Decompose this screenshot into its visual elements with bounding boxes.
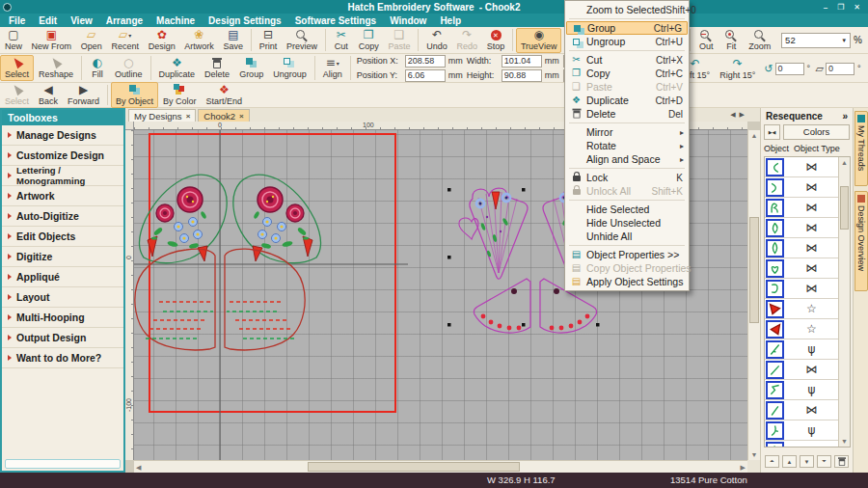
recent-button[interactable]: ▱▾Recent — [107, 28, 144, 53]
horizontal-scroll-thumb[interactable] — [308, 462, 520, 472]
menu-item-hide-selected[interactable]: Hide Selected — [566, 203, 688, 216]
sidebar-item-digitize[interactable]: Digitize — [2, 247, 123, 267]
menu-item-duplicate[interactable]: ❖DuplicateCtrl+D — [566, 94, 688, 107]
object-list-row[interactable]: ψ — [765, 441, 838, 447]
panel-menu-icon[interactable]: » — [842, 111, 848, 122]
object-list-row[interactable]: ⋈ — [765, 177, 838, 198]
trueview-button[interactable]: ◉TrueView — [516, 28, 561, 53]
scroll-down-icon[interactable]: ▼ — [839, 436, 850, 447]
sidebar-item-applique[interactable]: Appliqué — [2, 267, 123, 287]
floral-design-right[interactable] — [233, 175, 321, 263]
scroll-up-icon[interactable]: ▲ — [748, 130, 760, 141]
skew-angle-input[interactable]: 0 — [826, 63, 854, 75]
object-list-row[interactable]: ⋈ — [765, 279, 838, 299]
menu-item-zoom-to-selected[interactable]: Zoom to SelectedShift+0 — [566, 3, 688, 16]
print-preview-button[interactable]: Preview — [282, 28, 322, 53]
object-list-row[interactable]: ⋈ — [765, 360, 838, 380]
ungroup-button[interactable]: Ungroup — [268, 55, 312, 81]
object-list-row[interactable]: ⋈ — [765, 238, 838, 258]
travel-forward-button[interactable]: ▶Forward — [63, 82, 104, 108]
sidebar-item-multi-hooping[interactable]: Multi-Hooping — [2, 308, 123, 328]
print-button[interactable]: ⊟Print — [255, 28, 282, 53]
save-button[interactable]: ▤Save — [219, 28, 248, 53]
insert-artwork-button[interactable]: ❀Artwork — [180, 28, 219, 53]
minimize-button[interactable]: – — [824, 3, 827, 12]
move-to-bottom-button[interactable]: ⏷ — [817, 455, 831, 468]
menu-item-ungroup[interactable]: UngroupCtrl+U — [566, 35, 688, 48]
menu-design-settings[interactable]: Design Settings — [202, 15, 288, 26]
object-list-row[interactable]: ⋈ — [765, 258, 838, 279]
object-list-row[interactable]: ⋈ — [765, 218, 838, 238]
vertical-scrollbar[interactable]: ▲ ▼ — [747, 130, 760, 460]
reshape-button[interactable]: Reshape — [34, 55, 78, 81]
object-list-row[interactable]: ψ — [765, 420, 838, 441]
menu-view[interactable]: View — [64, 15, 99, 26]
outline-button[interactable]: ○Outline — [110, 55, 148, 81]
menu-machine[interactable]: Machine — [149, 15, 202, 26]
menu-software-settings[interactable]: Software Settings — [288, 15, 383, 26]
start-end-button[interactable]: ❖Start/End — [202, 82, 248, 108]
undo-button[interactable]: ↶Undo — [421, 28, 451, 53]
menu-item-copy[interactable]: ❐CopyCtrl+C — [566, 67, 688, 80]
copy-button[interactable]: ❐Copy — [354, 28, 384, 53]
move-up-button[interactable]: ▲ — [782, 455, 797, 468]
menu-item-hide-unselected[interactable]: Hide Unselected — [566, 216, 688, 230]
list-scrollbar[interactable]: ▲ ▼ — [838, 157, 850, 447]
chicken-design-left[interactable] — [459, 188, 528, 279]
menu-item-mirror[interactable]: Mirror — [566, 125, 688, 139]
align-button[interactable]: ≡▾Align — [318, 55, 347, 81]
menu-item-lock[interactable]: LockK — [566, 171, 688, 184]
sidebar-item-layout[interactable]: Layout — [2, 287, 123, 308]
zoom-fit-button[interactable]: Fit — [719, 28, 744, 53]
menu-file[interactable]: File — [2, 15, 32, 26]
menu-item-apply-object-settings[interactable]: ▤Apply Object Settings — [566, 275, 688, 288]
menu-item-unhide-all[interactable]: Unhide All — [566, 230, 688, 243]
list-scroll-thumb[interactable] — [840, 186, 849, 230]
height-input[interactable]: 90.88 — [502, 69, 542, 82]
menu-window[interactable]: Window — [383, 15, 433, 26]
colors-button[interactable]: Colors — [783, 124, 850, 140]
tab-my-threads[interactable]: My Threads — [854, 111, 868, 186]
position-y-input[interactable]: 6.06 — [405, 69, 446, 82]
menu-item-cut[interactable]: ✂CutCtrl+X — [566, 53, 688, 67]
select-button[interactable]: Select — [0, 55, 34, 81]
close-tab-icon[interactable]: × — [186, 112, 191, 121]
scroll-down-icon[interactable]: ▼ — [748, 449, 760, 460]
sidebar-item-lettering[interactable]: Lettering / Monogramming — [2, 166, 123, 186]
sidebar-item-output-design[interactable]: Output Design — [2, 328, 123, 348]
menu-edit[interactable]: Edit — [32, 15, 64, 26]
close-button[interactable]: ✕ — [854, 3, 860, 12]
horizontal-scrollbar[interactable]: ◀ ▶ — [134, 460, 747, 473]
zoom-out-button[interactable]: Out — [693, 28, 719, 53]
delete-button[interactable]: Delete — [200, 55, 234, 81]
scroll-up-icon[interactable]: ▲ — [839, 157, 850, 168]
menu-item-object-properties[interactable]: ▤Object Properties >> — [566, 248, 688, 261]
insert-design-button[interactable]: ✿Design — [144, 28, 180, 53]
duplicate-button[interactable]: ❖Duplicate — [154, 55, 201, 81]
position-x-input[interactable]: 208.58 — [405, 55, 446, 68]
tab-my-designs[interactable]: My Designs× — [128, 109, 196, 122]
group-button[interactable]: Group — [234, 55, 268, 81]
menu-item-delete[interactable]: DeleteDel — [566, 107, 688, 121]
object-list-row[interactable]: ⋈ — [765, 198, 838, 218]
object-list-row[interactable]: ⋈ — [765, 157, 838, 177]
stop-button[interactable]: ✕Stop — [482, 28, 509, 53]
menu-arrange[interactable]: Arrange — [99, 15, 149, 26]
sidebar-item-artwork[interactable]: Artwork — [2, 186, 123, 206]
fill-button[interactable]: ◐Fill — [85, 55, 110, 81]
tab-design-overview[interactable]: Design Overview — [854, 191, 868, 291]
zoom-button[interactable]: Zoom — [744, 28, 775, 53]
tab-chook2[interactable]: Chook2× — [198, 109, 249, 122]
open-button[interactable]: ▱Open — [76, 28, 107, 53]
scroll-right-icon[interactable]: ▶ — [741, 462, 746, 473]
scroll-left-icon[interactable]: ◀ — [136, 462, 141, 473]
menu-item-align-and-space[interactable]: Align and Space — [566, 152, 688, 166]
restore-button[interactable]: ❐ — [837, 3, 844, 12]
object-list-row[interactable]: ψ — [765, 339, 838, 360]
tab-scroll-right-icon[interactable]: ▶ — [740, 111, 745, 119]
cut-button[interactable]: ✂Cut — [329, 28, 354, 53]
sidebar-item-edit-objects[interactable]: Edit Objects — [2, 227, 123, 247]
delete-object-button[interactable] — [834, 455, 849, 468]
scroll-to-selected-button[interactable]: ▶◀ — [764, 124, 780, 140]
rotate-angle-input[interactable]: 0 — [775, 63, 804, 75]
